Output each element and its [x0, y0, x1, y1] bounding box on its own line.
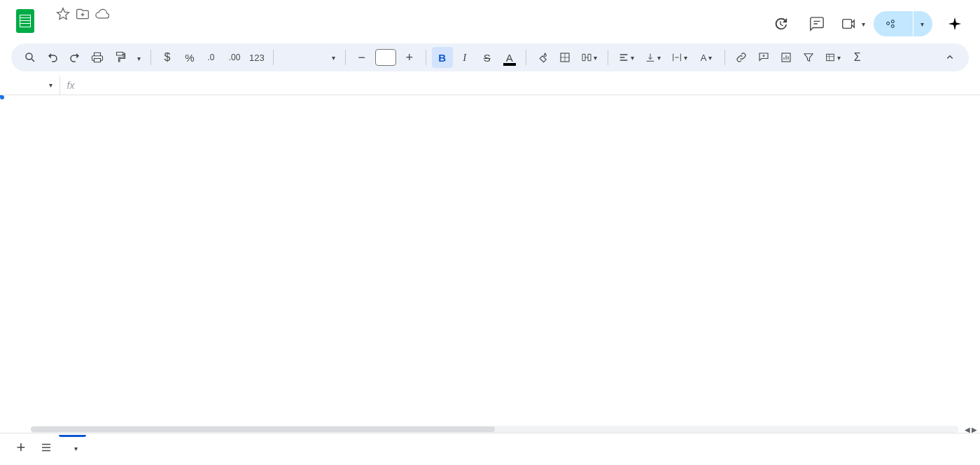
- decrease-decimal-icon[interactable]: .0: [202, 47, 223, 68]
- menu-format[interactable]: [95, 24, 106, 29]
- share-dropdown[interactable]: ▾: [913, 11, 932, 36]
- svg-rect-3: [827, 54, 834, 60]
- menu-data[interactable]: [108, 24, 119, 29]
- undo-icon[interactable]: [42, 47, 63, 68]
- sheets-logo[interactable]: [11, 7, 39, 35]
- increase-decimal-icon[interactable]: .00: [224, 47, 245, 68]
- meet-icon[interactable]: [839, 10, 858, 38]
- font-size-input[interactable]: [375, 49, 396, 66]
- add-sheet-button[interactable]: +: [8, 435, 34, 460]
- comments-icon[interactable]: [803, 10, 831, 38]
- sheet-tab-menu-icon[interactable]: ▾: [74, 445, 78, 452]
- borders-button[interactable]: [554, 47, 575, 68]
- document-title[interactable]: [45, 13, 50, 15]
- italic-button[interactable]: I: [454, 47, 475, 68]
- search-icon[interactable]: [20, 47, 41, 68]
- toolbar: ▾ $ % .0 .00 123 ▾ − + B I S A ▾ ▾ ▾ ▾ A…: [11, 43, 969, 71]
- star-icon[interactable]: [56, 7, 70, 21]
- titlebar: ▾ ▾: [0, 0, 980, 43]
- fill-color-button[interactable]: [532, 47, 553, 68]
- bold-button[interactable]: B: [432, 47, 453, 68]
- collapse-toolbar-icon[interactable]: [939, 47, 960, 68]
- insert-comment-icon[interactable]: [753, 47, 774, 68]
- meet-dropdown-icon[interactable]: ▾: [862, 20, 865, 28]
- history-icon[interactable]: [766, 10, 794, 38]
- cloud-status-icon[interactable]: [95, 7, 109, 21]
- functions-icon[interactable]: Σ: [847, 47, 868, 68]
- namebox-dropdown-icon: ▾: [49, 81, 52, 89]
- merge-cells-button[interactable]: ▾: [577, 47, 602, 68]
- vertical-align-button[interactable]: ▾: [640, 47, 666, 68]
- currency-icon[interactable]: $: [157, 47, 178, 68]
- name-box[interactable]: ▾: [0, 76, 60, 95]
- menu-insert[interactable]: [83, 24, 94, 29]
- filter-icon[interactable]: [798, 47, 819, 68]
- print-icon[interactable]: [87, 47, 108, 68]
- redo-icon[interactable]: [64, 47, 85, 68]
- format-number-icon[interactable]: 123: [246, 47, 267, 68]
- insert-chart-icon[interactable]: [776, 47, 797, 68]
- scroll-right-icon[interactable]: ▶: [972, 426, 977, 433]
- formula-bar: ▾ fx: [0, 76, 980, 95]
- strikethrough-button[interactable]: S: [477, 47, 498, 68]
- increase-font-icon[interactable]: +: [399, 47, 420, 68]
- menu-view[interactable]: [70, 24, 81, 29]
- all-sheets-button[interactable]: [34, 435, 59, 460]
- zoom-select[interactable]: ▾: [132, 52, 145, 63]
- move-icon[interactable]: [76, 7, 90, 21]
- text-rotation-button[interactable]: A▾: [694, 47, 719, 68]
- menu-bar: [45, 24, 157, 29]
- sheet-tab[interactable]: ▾: [59, 433, 86, 461]
- decrease-font-icon[interactable]: −: [351, 47, 372, 68]
- svg-point-0: [26, 53, 32, 60]
- table-view-button[interactable]: ▾: [820, 47, 846, 68]
- spreadsheet-grid[interactable]: ◀▶: [0, 95, 980, 433]
- scroll-left-icon[interactable]: ◀: [965, 426, 970, 433]
- percent-icon[interactable]: %: [179, 47, 200, 68]
- menu-edit[interactable]: [57, 24, 69, 29]
- font-select[interactable]: ▾: [279, 54, 340, 62]
- sheet-tab-bar: + ▾: [0, 433, 980, 461]
- link-icon[interactable]: [731, 47, 752, 68]
- text-color-button[interactable]: A: [499, 47, 520, 68]
- menu-extensions[interactable]: [133, 24, 144, 29]
- horizontal-align-button[interactable]: ▾: [614, 47, 639, 68]
- menu-tools[interactable]: [120, 24, 132, 29]
- paint-format-icon[interactable]: [109, 47, 130, 68]
- gemini-icon[interactable]: [941, 10, 969, 38]
- menu-help[interactable]: [146, 24, 157, 29]
- share-button[interactable]: [874, 11, 913, 36]
- menu-file[interactable]: [45, 24, 56, 29]
- horizontal-scrollbar[interactable]: [31, 426, 959, 433]
- fx-icon: fx: [60, 80, 77, 91]
- text-wrap-button[interactable]: ▾: [667, 47, 692, 68]
